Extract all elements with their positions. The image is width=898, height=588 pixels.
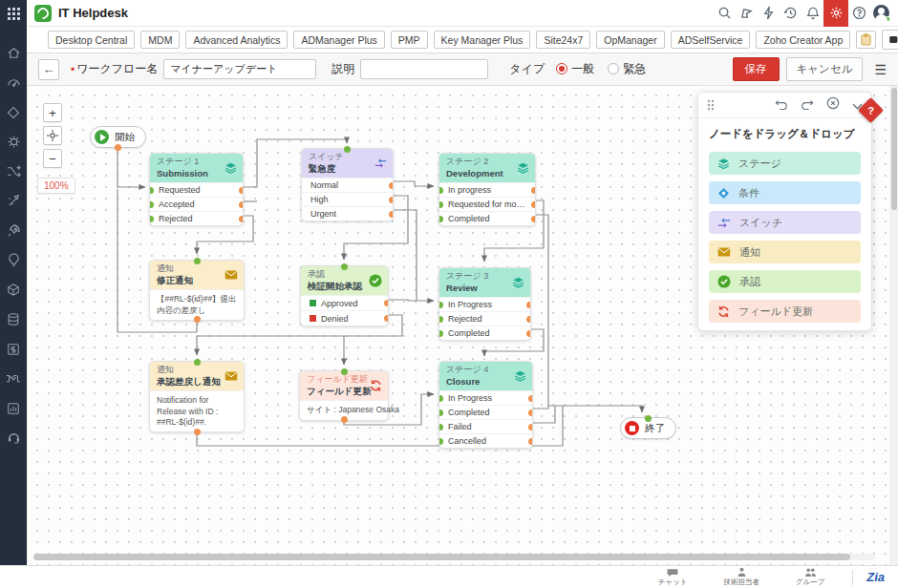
node-stage-1[interactable]: ステージ 1Submission Requested Accepted Reje… [149,153,244,226]
tag-icon[interactable] [0,97,27,127]
palette-item-stage[interactable]: ステージ [709,152,861,175]
node-notify-approval-return[interactable]: 通知承認差戻し通知 Notification for Release with … [149,361,245,432]
tab-key-manager-plus[interactable]: Key Manager Plus [434,31,531,49]
more-menu-icon[interactable]: ☰ [874,62,887,77]
workflow-name-input[interactable] [163,59,316,79]
input-port[interactable] [341,263,348,270]
palette-item-condition[interactable]: 条件 [709,181,861,204]
node-stage-2[interactable]: ステージ 2Development In progress Requested … [438,153,536,226]
status-row[interactable]: Accepted [150,197,243,211]
node-stage-4[interactable]: ステージ 4Closure In Progress Completed Fail… [438,361,533,449]
footer-technician[interactable]: 技術担当者 [707,567,776,587]
save-button[interactable]: 保存 [733,57,780,81]
node-notify-correction[interactable]: 通知修正通知 【##RL-$(id)##】提出内容の差戻し [149,260,245,321]
shuffle-icon[interactable] [0,157,27,186]
settings-gear-icon[interactable] [823,0,848,27]
status-row[interactable]: Failed [439,419,532,433]
tab-adselfservice[interactable]: ADSelfService [671,31,751,49]
database-icon[interactable] [0,304,27,334]
approval-row[interactable]: Approved [301,295,388,310]
footer-group[interactable]: グループ [776,567,845,587]
product-overview-button[interactable]: 製品概要 [882,30,898,50]
workflow-canvas[interactable]: + − 100% 開始 ステージ 1Submission Requested A… [27,86,888,565]
tab-pmp[interactable]: PMP [391,31,428,49]
node-switch-urgency[interactable]: スイッチ緊急度 Normal High Urgent [301,148,394,221]
home-icon[interactable] [0,38,27,68]
description-input[interactable] [360,59,488,79]
tab-mdm[interactable]: MDM [140,31,180,49]
billing-icon[interactable] [0,334,27,364]
status-row[interactable]: Requested for more in... [439,197,535,211]
tab-admanager-plus[interactable]: ADManager Plus [293,31,384,49]
status-row[interactable]: Completed [439,405,532,419]
vertical-scrollbar[interactable] [889,86,898,565]
status-row[interactable]: In Progress [439,297,530,311]
status-row[interactable]: Rejected [439,311,530,326]
clear-icon[interactable] [826,96,840,114]
drag-handle-icon[interactable] [707,99,715,111]
notifications-bell-icon[interactable] [802,0,823,27]
zoom-in-button[interactable]: + [43,103,62,122]
back-button[interactable]: ← [38,59,59,80]
assets-cube-icon[interactable] [0,275,27,304]
input-port[interactable] [341,368,348,375]
tab-advanced-analytics[interactable]: Advanced Analytics [185,31,288,49]
end-node[interactable]: 終了 [620,417,676,439]
idea-bulb-icon[interactable] [0,245,27,275]
zia-logo[interactable]: Zia [866,570,885,584]
tab-site24x7[interactable]: Site24x7 [536,31,590,49]
status-row[interactable]: In Progress [439,390,532,405]
palette-item-approval[interactable]: 承認 [709,270,861,293]
node-approval[interactable]: 承認検証開始承認 Approved Denied [300,265,389,326]
status-row[interactable]: Completed [439,326,530,340]
input-port[interactable] [645,415,652,422]
approval-row[interactable]: Denied [301,310,388,326]
palette-item-notify[interactable]: 通知 [709,241,861,263]
tab-desktop-central[interactable]: Desktop Central [48,31,135,49]
status-row[interactable]: Requested [150,182,243,197]
status-row[interactable]: Rejected [150,211,243,225]
contracts-handshake-icon[interactable] [0,364,27,393]
user-avatar[interactable] [870,0,892,27]
redo-icon[interactable] [801,96,814,114]
clipboard-icon[interactable] [856,31,876,49]
input-port[interactable] [194,359,201,366]
output-port[interactable] [115,144,121,151]
status-row[interactable]: Cancelled [439,433,532,448]
reports-chart-icon[interactable] [0,393,27,423]
start-node[interactable]: 開始 [90,126,146,148]
dashboard-icon[interactable] [0,68,27,97]
horizontal-scrollbar[interactable] [33,554,875,560]
node-stage-3[interactable]: ステージ 3Review In Progress Rejected Comple… [438,267,531,341]
fit-view-button[interactable] [43,126,62,145]
undo-icon[interactable] [775,96,788,114]
case-row[interactable]: Normal [302,178,393,192]
shortcuts-icon[interactable] [758,0,780,27]
history-icon[interactable] [780,0,802,27]
input-port[interactable] [194,258,201,264]
case-row[interactable]: Urgent [302,206,393,220]
bug-icon[interactable] [0,127,27,157]
app-launcher-grid-icon[interactable] [0,0,27,27]
rocket-icon[interactable] [0,216,27,245]
node-field-update[interactable]: フィールド更新フィールド更新 サイト : Japanese Osaka [299,370,389,421]
support-headset-icon[interactable] [0,423,27,452]
search-icon[interactable] [714,0,736,27]
case-row[interactable]: High [302,192,393,206]
tab-opmanager[interactable]: OpManager [596,31,664,49]
input-port[interactable] [344,146,351,153]
footer-chat[interactable]: チャット [638,568,707,587]
status-row[interactable]: Completed [439,211,535,225]
zoom-out-button[interactable]: − [43,149,62,168]
type-radio-urgent[interactable]: 緊急 [608,61,646,77]
whats-new-icon[interactable] [736,0,758,27]
help-icon[interactable] [848,0,870,27]
output-port[interactable] [194,429,201,435]
help-ribbon[interactable]: ? [858,97,884,123]
palette-item-switch[interactable]: スイッチ [709,211,861,234]
output-port[interactable] [341,416,348,423]
cancel-button[interactable]: キャンセル [786,57,864,81]
type-radio-general[interactable]: 一般 [556,61,594,77]
status-row[interactable]: In progress [439,182,535,197]
palette-item-field-update[interactable]: フィールド更新 [709,300,861,323]
